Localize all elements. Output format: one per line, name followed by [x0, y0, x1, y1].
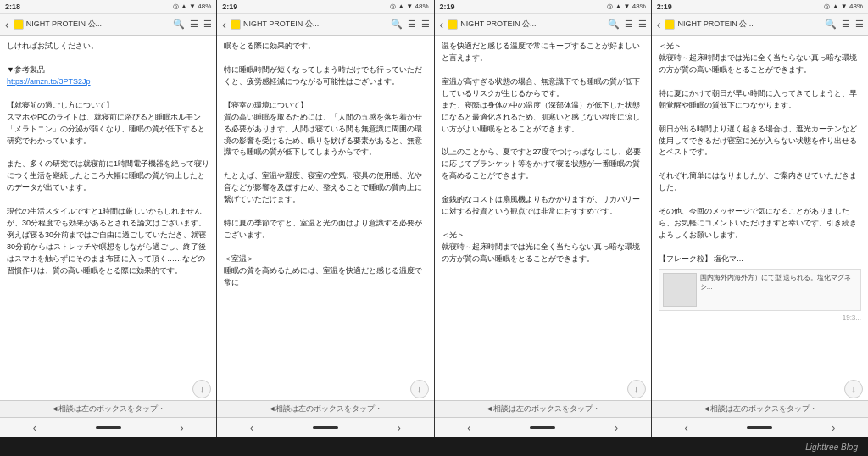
- status-icons: ◎ ▲ ▼ 48%: [390, 3, 429, 10]
- top-bar: ‹ NIGHT PROTEIN 公... 🔍 ☰ ☰: [0, 14, 216, 36]
- bottom-bar[interactable]: ◄相談は左のボックスをタップ・: [652, 400, 868, 417]
- status-bar: 2:19◎ ▲ ▼ 48%: [435, 0, 651, 14]
- reader-icon[interactable]: ☰: [624, 19, 634, 30]
- nav-forward-button[interactable]: ›: [173, 420, 190, 436]
- nav-bar: ‹ ›: [435, 417, 651, 437]
- search-icon[interactable]: 🔍: [172, 19, 186, 30]
- nav-home-indicator[interactable]: [313, 426, 338, 429]
- content-area: ＜光＞就寝時～起床時間までは光に全く当たらない真っ暗な環境の方が質の高い睡眠をと…: [652, 36, 868, 378]
- back-button[interactable]: ‹: [3, 18, 11, 31]
- scroll-btn-area: ↓: [435, 378, 651, 400]
- reader-icon[interactable]: ☰: [407, 19, 417, 30]
- bottom-bar[interactable]: ◄相談は左のボックスをタップ・: [217, 400, 433, 417]
- status-icons: ◎ ▲ ▼ 48%: [607, 3, 646, 10]
- menu-icon[interactable]: ☰: [637, 19, 648, 30]
- status-time: 2:19: [657, 3, 672, 11]
- content-text: ＜光＞就寝時～起床時間までは光に全く当たらない真っ暗な環境の方が質の高い睡眠をと…: [659, 41, 861, 323]
- nav-home-indicator[interactable]: [96, 426, 121, 429]
- phone-panel-1: 2:18◎ ▲ ▼ 48% ‹ NIGHT PROTEIN 公... 🔍 ☰ ☰…: [0, 0, 217, 437]
- content-text: しければお試しください。▼参考製品https://amzn.to/3PTS2Jp…: [7, 41, 209, 277]
- watermark-bar: Lighttree Blog: [0, 437, 868, 456]
- favicon: [665, 19, 675, 30]
- menu-icon[interactable]: ☰: [203, 19, 213, 30]
- url-bar[interactable]: NIGHT PROTEIN 公...: [243, 19, 387, 30]
- nav-back-button[interactable]: ‹: [678, 420, 695, 436]
- menu-icon[interactable]: ☰: [420, 19, 431, 30]
- top-bar: ‹ NIGHT PROTEIN 公... 🔍 ☰ ☰: [217, 14, 433, 36]
- content-area: 温を快適だと感じる温度で常にキープすることが好ましいと言えます。室温が高すぎる状…: [435, 36, 651, 378]
- url-bar[interactable]: NIGHT PROTEIN 公...: [26, 19, 170, 30]
- status-icons: ◎ ▲ ▼ 48%: [824, 3, 863, 10]
- top-bar: ‹ NIGHT PROTEIN 公... 🔍 ☰ ☰: [435, 14, 651, 36]
- reader-icon[interactable]: ☰: [841, 19, 851, 30]
- bottom-bar[interactable]: ◄相談は左のボックスをタップ・: [0, 400, 216, 417]
- scroll-btn-area: ↓: [217, 378, 433, 400]
- content-area: しければお試しください。▼参考製品https://amzn.to/3PTS2Jp…: [0, 36, 216, 378]
- nav-back-button[interactable]: ‹: [243, 420, 260, 436]
- reader-icon[interactable]: ☰: [189, 19, 199, 30]
- content-text: 眠をとる際に効果的です。特に睡眠時間が短くなってしまう時だけでも行っていただくと…: [224, 41, 426, 289]
- link[interactable]: https://amzn.to/3PTS2Jp: [7, 77, 91, 86]
- menu-icon[interactable]: ☰: [854, 19, 865, 30]
- nav-bar: ‹ ›: [0, 417, 216, 437]
- back-button[interactable]: ‹: [655, 18, 663, 31]
- search-icon[interactable]: 🔍: [824, 19, 837, 30]
- phone-panel-2: 2:19◎ ▲ ▼ 48% ‹ NIGHT PROTEIN 公... 🔍 ☰ ☰…: [217, 0, 434, 437]
- thumbnail-image: [663, 273, 697, 307]
- scroll-btn-area: ↓: [0, 378, 216, 400]
- nav-bar: ‹ ›: [652, 417, 868, 437]
- scroll-down-button[interactable]: ↓: [627, 380, 646, 398]
- top-bar: ‹ NIGHT PROTEIN 公... 🔍 ☰ ☰: [652, 14, 868, 36]
- favicon: [448, 19, 458, 30]
- phone-panel-3: 2:19◎ ▲ ▼ 48% ‹ NIGHT PROTEIN 公... 🔍 ☰ ☰…: [435, 0, 652, 437]
- favicon: [231, 19, 241, 30]
- url-bar[interactable]: NIGHT PROTEIN 公...: [460, 19, 604, 30]
- status-bar: 2:19◎ ▲ ▼ 48%: [652, 0, 868, 14]
- nav-forward-button[interactable]: ›: [608, 420, 625, 436]
- status-bar: 2:18◎ ▲ ▼ 48%: [0, 0, 216, 14]
- content-area: 眠をとる際に効果的です。特に睡眠時間が短くなってしまう時だけでも行っていただくと…: [217, 36, 433, 378]
- scroll-down-button[interactable]: ↓: [192, 380, 211, 398]
- nav-back-button[interactable]: ‹: [460, 420, 477, 436]
- search-icon[interactable]: 🔍: [607, 19, 620, 30]
- search-icon[interactable]: 🔍: [390, 19, 403, 30]
- phone-panel-4: 2:19◎ ▲ ▼ 48% ‹ NIGHT PROTEIN 公... 🔍 ☰ ☰…: [652, 0, 868, 437]
- status-icons: ◎ ▲ ▼ 48%: [173, 3, 212, 10]
- status-time: 2:19: [440, 3, 455, 11]
- nav-forward-button[interactable]: ›: [825, 420, 842, 436]
- thumbnail-text: 国内海外内海外方）にて型 送られる。塩化マグネシ...: [700, 273, 857, 307]
- url-bar[interactable]: NIGHT PROTEIN 公...: [677, 19, 821, 30]
- nav-home-indicator[interactable]: [530, 426, 555, 429]
- scroll-down-button[interactable]: ↓: [410, 380, 429, 398]
- nav-home-indicator[interactable]: [747, 426, 772, 429]
- nav-back-button[interactable]: ‹: [26, 420, 43, 436]
- content-text: 温を快適だと感じる温度で常にキープすることが好ましいと言えます。室温が高すぎる状…: [442, 41, 644, 265]
- scroll-btn-area: ↓: [652, 378, 868, 400]
- status-bar: 2:19◎ ▲ ▼ 48%: [217, 0, 433, 14]
- back-button[interactable]: ‹: [220, 18, 228, 31]
- scroll-down-button[interactable]: ↓: [844, 380, 863, 398]
- nav-forward-button[interactable]: ›: [390, 420, 407, 436]
- bottom-bar[interactable]: ◄相談は左のボックスをタップ・: [435, 400, 651, 417]
- status-time: 2:18: [5, 3, 20, 11]
- panels-container: 2:18◎ ▲ ▼ 48% ‹ NIGHT PROTEIN 公... 🔍 ☰ ☰…: [0, 0, 868, 437]
- watermark-text: Lighttree Blog: [805, 442, 858, 452]
- thumbnail-card[interactable]: 国内海外内海外方）にて型 送られる。塩化マグネシ...: [659, 269, 861, 311]
- nav-bar: ‹ ›: [217, 417, 433, 437]
- timestamp: 19:3...: [659, 313, 861, 323]
- favicon: [14, 19, 24, 30]
- status-time: 2:19: [222, 3, 237, 11]
- back-button[interactable]: ‹: [438, 18, 446, 31]
